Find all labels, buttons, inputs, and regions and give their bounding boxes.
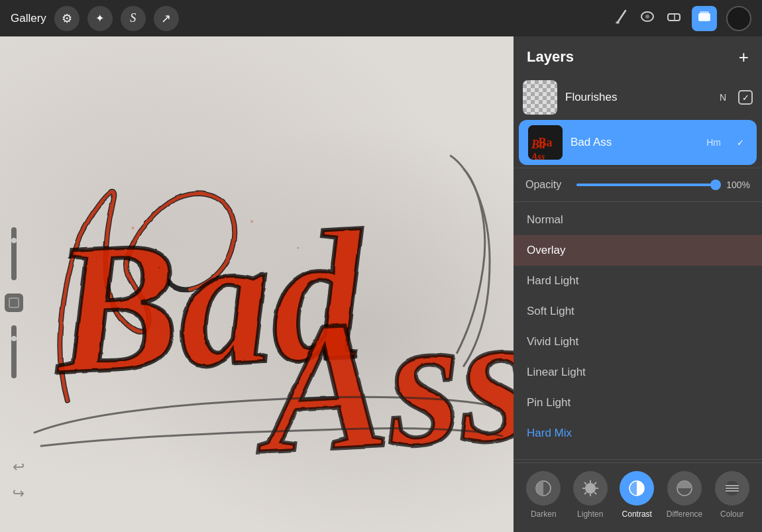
layers-icon xyxy=(697,9,712,27)
layer-name-badass: Bad Ass xyxy=(571,136,698,149)
colour-label: Colour xyxy=(720,509,743,519)
opacity-label: Opacity xyxy=(525,179,569,191)
divider-3 xyxy=(514,459,762,460)
svg-rect-4 xyxy=(668,14,680,21)
svg-point-14 xyxy=(132,227,135,229)
divider-2 xyxy=(514,201,762,202)
category-contrast[interactable]: Contrast xyxy=(620,471,654,519)
left-sidebar xyxy=(0,73,28,532)
layers-panel-title: Layers xyxy=(527,48,574,66)
canvas-area: Bad Bad Ass Ass xyxy=(0,36,517,532)
svg-point-15 xyxy=(231,240,233,242)
artwork-svg: Bad Bad Ass Ass xyxy=(0,36,517,532)
layers-header: Layers + xyxy=(514,36,762,75)
svg-line-34 xyxy=(584,492,586,494)
svg-text:Ass: Ass xyxy=(531,152,545,160)
blend-mode-vivid-light[interactable]: Vivid Light xyxy=(514,327,762,357)
svg-point-17 xyxy=(105,286,108,289)
add-layer-button[interactable]: + xyxy=(739,48,749,66)
opacity-tool[interactable] xyxy=(5,293,23,312)
layer-thumbnail-badass: Ba Ass xyxy=(528,125,563,160)
smudge-button[interactable] xyxy=(639,8,656,29)
contrast-icon xyxy=(620,471,654,505)
svg-point-13 xyxy=(95,257,97,259)
layers-panel: Layers + Flourishes N ✓ Ba Ass Bad Ass H… xyxy=(514,36,762,532)
opacity-fill xyxy=(576,184,717,186)
checkmark-icon: ✓ xyxy=(742,93,749,103)
topbar-right xyxy=(612,6,751,31)
category-colour[interactable]: Colour xyxy=(715,471,749,519)
erase-button[interactable] xyxy=(665,8,682,29)
blend-mode-linear-light[interactable]: Linear Light xyxy=(514,357,762,388)
divider-1 xyxy=(514,168,762,168)
svg-point-19 xyxy=(191,299,193,302)
svg-point-18 xyxy=(158,267,160,269)
script-button[interactable]: S xyxy=(121,6,146,31)
svg-point-12 xyxy=(85,246,88,249)
opacity-thumb[interactable] xyxy=(710,180,721,190)
svg-point-20 xyxy=(297,247,299,249)
layer-item-badass[interactable]: Ba Ass Bad Ass Hm ✓ xyxy=(519,120,757,165)
blend-mode-hard-light[interactable]: Hard Light xyxy=(514,266,762,296)
contrast-label: Contrast xyxy=(622,509,652,519)
blend-mode-overlay[interactable]: Overlay xyxy=(514,235,762,266)
svg-line-31 xyxy=(584,482,586,484)
magic-icon: ✦ xyxy=(95,12,104,25)
layers-button[interactable] xyxy=(692,6,717,31)
blend-modes-list: Normal Overlay Hard Light Soft Light Viv… xyxy=(514,205,762,456)
brush-button[interactable] xyxy=(612,8,629,29)
layer-visibility-flourishes[interactable]: ✓ xyxy=(738,90,753,105)
checkmark-icon-2: ✓ xyxy=(737,138,744,148)
transform-icon: ↗ xyxy=(161,11,171,26)
gallery-button[interactable]: Gallery xyxy=(11,12,46,25)
layer-mode-flourishes: N xyxy=(720,92,726,103)
avatar[interactable] xyxy=(726,6,751,31)
wrench-icon: ⚙ xyxy=(62,11,72,26)
svg-rect-21 xyxy=(9,298,19,307)
layer-name-flourishes: Flourishes xyxy=(565,91,712,104)
svg-point-16 xyxy=(250,220,253,223)
script-icon: S xyxy=(130,11,136,25)
layer-thumbnail-flourishes xyxy=(523,80,557,115)
category-difference[interactable]: Difference xyxy=(667,471,702,519)
svg-point-1 xyxy=(616,21,620,24)
opacity-slider[interactable] xyxy=(576,184,717,186)
layer-item-flourishes[interactable]: Flourishes N ✓ xyxy=(514,75,762,120)
opacity-row: Opacity 100% xyxy=(514,171,762,199)
darken-icon xyxy=(526,471,561,505)
svg-rect-7 xyxy=(700,11,709,19)
opacity-value: 100% xyxy=(725,180,750,190)
brush-size-slider[interactable] xyxy=(11,227,17,280)
lighten-icon xyxy=(573,471,608,505)
svg-line-32 xyxy=(594,492,596,494)
svg-line-33 xyxy=(594,482,596,484)
topbar: Gallery ⚙ ✦ S ↗ xyxy=(0,0,762,36)
blend-mode-hard-mix[interactable]: Hard Mix xyxy=(514,418,762,449)
blend-mode-soft-light[interactable]: Soft Light xyxy=(514,296,762,327)
layer-mode-badass: Hm xyxy=(706,137,721,148)
difference-icon xyxy=(667,471,702,505)
blend-category-icons: Darken Lighten xyxy=(514,462,762,532)
magic-button[interactable]: ✦ xyxy=(87,6,113,31)
category-darken[interactable]: Darken xyxy=(526,471,561,519)
blend-mode-normal[interactable]: Normal xyxy=(514,205,762,235)
difference-label: Difference xyxy=(667,509,702,519)
topbar-left: Gallery ⚙ ✦ S ↗ xyxy=(11,6,179,31)
blend-mode-pin-light[interactable]: Pin Light xyxy=(514,388,762,418)
settings-button[interactable]: ⚙ xyxy=(54,6,80,31)
layer-visibility-badass[interactable]: ✓ xyxy=(733,135,747,150)
darken-label: Darken xyxy=(531,509,557,519)
svg-line-0 xyxy=(618,11,626,23)
opacity-slider-left[interactable] xyxy=(11,325,17,378)
svg-point-3 xyxy=(645,15,649,19)
transform-button[interactable]: ↗ xyxy=(154,6,179,31)
svg-point-26 xyxy=(585,483,596,494)
lighten-label: Lighten xyxy=(577,509,603,519)
category-lighten[interactable]: Lighten xyxy=(573,471,608,519)
colour-icon xyxy=(715,471,749,505)
layers-list: Flourishes N ✓ Ba Ass Bad Ass Hm ✓ xyxy=(514,75,762,165)
svg-text:Ba: Ba xyxy=(531,138,545,151)
